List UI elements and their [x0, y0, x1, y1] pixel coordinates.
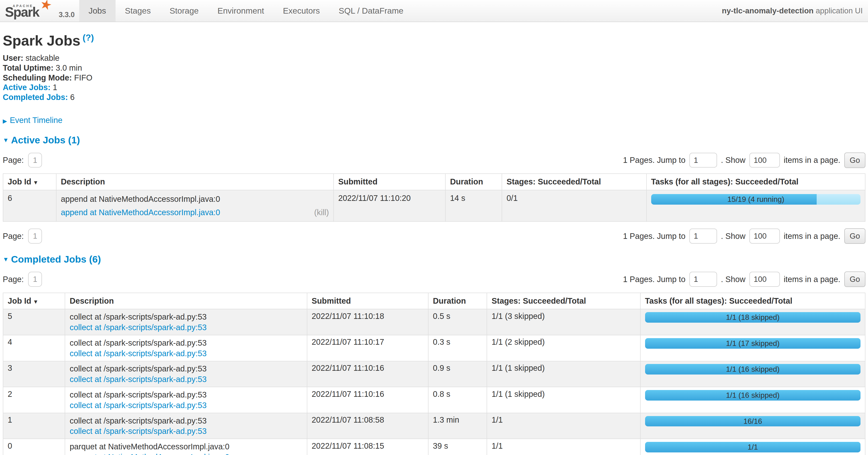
- table-header-row: Job Id▼ Description Submitted Duration S…: [3, 293, 865, 309]
- submitted-cell: 2022/11/07 11:10:18: [307, 309, 428, 335]
- duration-cell: 39 s: [428, 439, 487, 455]
- spark-version: 3.3.0: [51, 10, 77, 22]
- description-text: append at NativeMethodAccessorImpl.java:…: [61, 194, 329, 204]
- summary-active-jobs-value: 1: [53, 83, 57, 92]
- spark-logo: APACHE Spark ★: [3, 0, 51, 22]
- page-label: Page:: [3, 155, 24, 165]
- page-number-button[interactable]: 1: [28, 272, 42, 287]
- jump-to-page-input[interactable]: [689, 272, 717, 287]
- show-label: . Show: [721, 232, 746, 241]
- column-description[interactable]: Description: [65, 293, 307, 309]
- active-pagination-bottom: Page: 1 1 Pages. Jump to . Show items in…: [3, 228, 865, 244]
- pages-jump-label: 1 Pages. Jump to: [623, 275, 686, 284]
- job-id-cell: 4: [3, 335, 65, 361]
- active-jobs-section-header[interactable]: ▼Active Jobs (1): [3, 135, 865, 146]
- duration-cell: 0.8 s: [428, 387, 487, 413]
- items-per-page-input[interactable]: [749, 272, 780, 287]
- progress-label: 16/16: [645, 416, 861, 427]
- items-in-page-label: items in a page.: [784, 275, 840, 284]
- collapse-right-arrow-icon: ▶: [3, 118, 7, 124]
- completed-jobs-title: Completed Jobs (6): [11, 254, 101, 265]
- submitted-cell: 2022/11/07 11:10:16: [307, 361, 428, 387]
- tasks-cell: 15/19 (4 running): [647, 190, 865, 222]
- job-detail-link[interactable]: collect at /spark-scripts/spark-ad.py:53: [70, 426, 207, 436]
- tasks-cell: 1/1 (16 skipped): [641, 361, 865, 387]
- pagination-controls: 1 Pages. Jump to . Show items in a page.…: [623, 228, 865, 244]
- pages-jump-label: 1 Pages. Jump to: [623, 232, 686, 241]
- help-link[interactable]: (?): [83, 33, 94, 42]
- jump-to-page-input[interactable]: [689, 229, 717, 244]
- active-jobs-title: Active Jobs (1): [11, 135, 80, 145]
- column-stages[interactable]: Stages: Succeeded/Total: [502, 174, 647, 190]
- event-timeline-toggle[interactable]: ▶Event Timeline: [3, 116, 865, 125]
- page-number-button[interactable]: 1: [28, 153, 42, 168]
- tab-executors[interactable]: Executors: [274, 0, 329, 22]
- tasks-progress-bar: 1/1: [645, 442, 861, 452]
- tab-stages[interactable]: Stages: [116, 0, 160, 22]
- column-tasks[interactable]: Tasks (for all stages): Succeeded/Total: [647, 174, 865, 190]
- summary-completed-jobs-link[interactable]: Completed Jobs:: [3, 93, 68, 102]
- stages-cell: 0/1: [502, 190, 647, 222]
- job-detail-link[interactable]: collect at /spark-scripts/spark-ad.py:53: [70, 374, 207, 384]
- column-tasks[interactable]: Tasks (for all stages): Succeeded/Total: [641, 293, 865, 309]
- job-detail-link[interactable]: collect at /spark-scripts/spark-ad.py:53: [70, 349, 207, 358]
- column-description[interactable]: Description: [56, 174, 334, 190]
- progress-label: 1/1 (16 skipped): [645, 390, 861, 401]
- go-button[interactable]: Go: [844, 272, 866, 287]
- tasks-progress-bar: 1/1 (16 skipped): [645, 364, 861, 374]
- job-summary-list: User: stackable Total Uptime: 3.0 min Sc…: [3, 53, 865, 102]
- column-submitted[interactable]: Submitted: [307, 293, 428, 309]
- duration-cell: 0.9 s: [428, 361, 487, 387]
- completed-jobs-section-header[interactable]: ▼Completed Jobs (6): [3, 254, 865, 265]
- show-label: . Show: [721, 155, 746, 165]
- application-name: ny-tlc-anomaly-detection application UI: [722, 6, 868, 15]
- kill-job-link[interactable]: (kill): [314, 207, 329, 218]
- page-number-button[interactable]: 1: [28, 229, 42, 244]
- tab-sql-dataframe[interactable]: SQL / DataFrame: [329, 0, 413, 22]
- job-detail-link[interactable]: collect at /spark-scripts/spark-ad.py:53: [70, 323, 207, 332]
- go-button[interactable]: Go: [844, 228, 866, 244]
- job-detail-link[interactable]: collect at /spark-scripts/spark-ad.py:53: [70, 401, 207, 410]
- job-id-cell: 0: [3, 439, 65, 455]
- completed-jobs-table: Job Id▼ Description Submitted Duration S…: [3, 293, 865, 455]
- column-duration[interactable]: Duration: [445, 174, 502, 190]
- column-submitted[interactable]: Submitted: [334, 174, 445, 190]
- submitted-cell: 2022/11/07 11:10:20: [334, 190, 445, 222]
- pagination-controls: 1 Pages. Jump to . Show items in a page.…: [623, 152, 865, 168]
- page-title-text: Spark Jobs: [3, 32, 81, 49]
- items-per-page-input[interactable]: [749, 229, 780, 244]
- tab-environment[interactable]: Environment: [208, 0, 274, 22]
- go-button[interactable]: Go: [844, 152, 866, 168]
- tasks-progress-bar: 1/1 (16 skipped): [645, 390, 861, 401]
- page-label: Page:: [3, 275, 24, 284]
- column-job-id[interactable]: Job Id▼: [3, 293, 65, 309]
- job-id-cell: 6: [3, 190, 56, 222]
- summary-user-label: User:: [3, 54, 24, 62]
- stages-cell: 1/1: [487, 413, 640, 439]
- jump-to-page-input[interactable]: [689, 153, 717, 168]
- tab-jobs[interactable]: Jobs: [79, 0, 116, 22]
- collapse-down-arrow-icon: ▼: [3, 137, 9, 144]
- job-detail-link[interactable]: append at NativeMethodAccessorImpl.java:…: [61, 207, 220, 218]
- column-duration[interactable]: Duration: [428, 293, 487, 309]
- tab-storage[interactable]: Storage: [160, 0, 208, 22]
- summary-active-jobs-link[interactable]: Active Jobs:: [3, 83, 51, 92]
- tasks-cell: 1/1 (18 skipped): [641, 309, 865, 335]
- description-cell: collect at /spark-scripts/spark-ad.py:53…: [65, 361, 307, 387]
- table-header-row: Job Id▼ Description Submitted Duration S…: [3, 174, 865, 190]
- duration-cell: 1.3 min: [428, 413, 487, 439]
- progress-label: 1/1 (18 skipped): [645, 312, 861, 323]
- description-text: collect at /spark-scripts/spark-ad.py:53: [70, 364, 302, 373]
- column-job-id[interactable]: Job Id▼: [3, 174, 56, 190]
- table-row: 4 collect at /spark-scripts/spark-ad.py:…: [3, 335, 865, 361]
- job-id-cell: 3: [3, 361, 65, 387]
- job-id-cell: 5: [3, 309, 65, 335]
- job-detail-link[interactable]: parquet at NativeMethodAccessorImpl.java…: [70, 452, 229, 455]
- progress-label: 1/1 (16 skipped): [645, 364, 861, 374]
- submitted-cell: 2022/11/07 11:10:17: [307, 335, 428, 361]
- table-row: 6 append at NativeMethodAccessorImpl.jav…: [3, 190, 865, 222]
- duration-cell: 14 s: [445, 190, 502, 222]
- show-label: . Show: [721, 275, 746, 284]
- items-per-page-input[interactable]: [749, 153, 780, 168]
- column-stages[interactable]: Stages: Succeeded/Total: [487, 293, 640, 309]
